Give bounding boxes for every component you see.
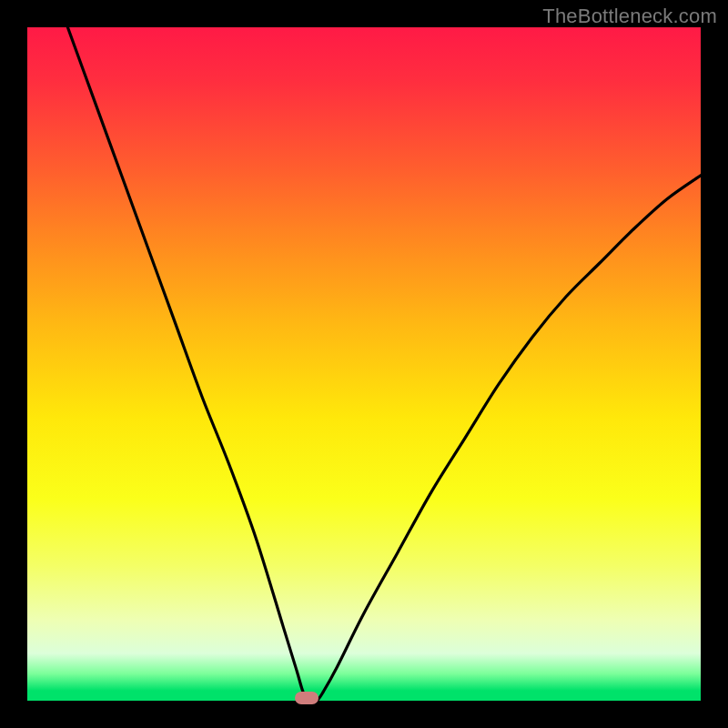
plot-gradient-background xyxy=(27,27,701,701)
outer-frame: TheBottleneck.com xyxy=(0,0,728,728)
minimum-marker xyxy=(295,692,318,704)
watermark-text: TheBottleneck.com xyxy=(542,5,717,28)
